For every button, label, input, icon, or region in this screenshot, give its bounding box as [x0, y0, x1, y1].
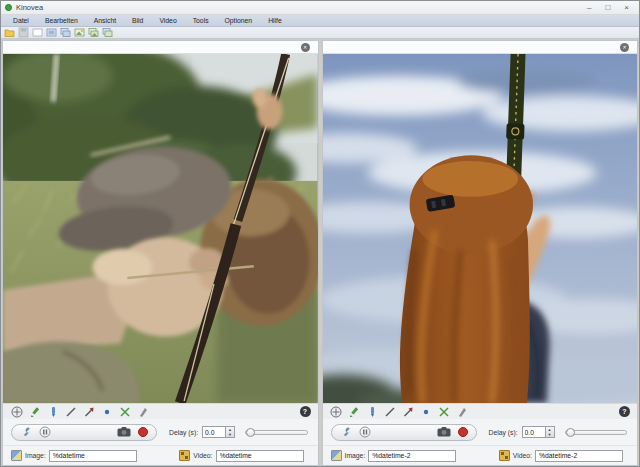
close-button[interactable]: ×: [624, 4, 629, 12]
one-capture-screen-icon[interactable]: [74, 27, 85, 38]
image-file-icon: [11, 450, 22, 461]
minimize-button[interactable]: –: [587, 4, 591, 12]
point-tool-icon[interactable]: [100, 405, 113, 418]
image-file-icon: [331, 450, 342, 461]
delay-slider[interactable]: [565, 428, 627, 437]
delay-slider-thumb[interactable]: [566, 428, 575, 437]
video-file-icon: [499, 450, 510, 461]
line-tool-icon[interactable]: [64, 405, 77, 418]
window-title: Kinovea: [16, 3, 43, 12]
configure-camera-button[interactable]: [20, 426, 32, 438]
menu-bar: Datei Bearbeiten Ansicht Bild Video Tool…: [1, 15, 639, 27]
player-and-capture-screen-icon[interactable]: [102, 27, 113, 38]
delay-down-button[interactable]: ▼: [228, 432, 232, 437]
pen-tool-icon[interactable]: [136, 405, 149, 418]
grab-tool-icon[interactable]: [10, 405, 23, 418]
arrow-tool-icon[interactable]: [82, 405, 95, 418]
point-tool-icon[interactable]: [420, 405, 433, 418]
menu-ansicht[interactable]: Ansicht: [86, 15, 124, 27]
help-icon[interactable]: ?: [300, 406, 311, 417]
highlighter-tool-icon[interactable]: [46, 405, 59, 418]
angle-tool-icon[interactable]: [118, 405, 131, 418]
video-filename-input[interactable]: [216, 450, 304, 462]
record-button[interactable]: [138, 427, 148, 437]
right-capture-pill: [331, 424, 477, 441]
menu-hilfe[interactable]: Hilfe: [260, 15, 290, 27]
title-bar: Kinovea – □ ×: [1, 1, 639, 15]
image-filename-input[interactable]: [49, 450, 137, 462]
left-capture-screen: ✕: [2, 40, 319, 466]
close-screen-icon[interactable]: ✕: [301, 43, 310, 52]
left-screen-header: ✕: [3, 41, 318, 54]
left-video-frame: [3, 54, 318, 403]
video-filename-input[interactable]: [535, 450, 623, 462]
record-dot-icon: [138, 427, 148, 437]
line-tool-icon[interactable]: [384, 405, 397, 418]
image-filename-input[interactable]: [368, 450, 456, 462]
delay-input[interactable]: [202, 426, 226, 438]
right-capture-controls: Delay (s): ▲▼: [323, 419, 638, 445]
right-video-display[interactable]: [323, 54, 638, 403]
highlighter-tool-icon[interactable]: [366, 405, 379, 418]
menu-bearbeiten[interactable]: Bearbeiten: [37, 15, 86, 27]
angle-tool-icon[interactable]: [438, 405, 451, 418]
delay-spinner: ▲▼: [202, 426, 235, 438]
delay-spin-buttons: ▲▼: [226, 426, 235, 438]
video-file-icon: [179, 450, 190, 461]
delay-spinner: ▲▼: [522, 426, 555, 438]
left-capture-controls: Delay (s): ▲▼: [3, 419, 318, 445]
menu-tools[interactable]: Tools: [185, 15, 217, 27]
grab-tool-icon[interactable]: [330, 405, 343, 418]
screen-layout-icon[interactable]: [32, 27, 43, 38]
pen-tool-icon[interactable]: [456, 405, 469, 418]
maximize-button[interactable]: □: [605, 4, 610, 12]
delay-down-button[interactable]: ▼: [548, 432, 552, 437]
pause-camera-button[interactable]: [39, 426, 51, 438]
image-label: Image:: [345, 452, 366, 459]
menu-bild[interactable]: Bild: [124, 15, 151, 27]
screens-container: ✕: [1, 39, 639, 466]
right-video-frame: [323, 54, 638, 403]
configure-camera-button[interactable]: [340, 426, 352, 438]
delay-input[interactable]: [522, 426, 546, 438]
menu-video[interactable]: Video: [151, 15, 184, 27]
help-icon[interactable]: ?: [619, 406, 630, 417]
arrow-tool-icon[interactable]: [402, 405, 415, 418]
record-dot-icon: [458, 427, 468, 437]
snapshot-button[interactable]: [117, 427, 131, 437]
record-button[interactable]: [458, 427, 468, 437]
menu-datei[interactable]: Datei: [5, 15, 37, 27]
one-player-screen-icon[interactable]: [46, 27, 57, 38]
right-capture-screen: ✕: [322, 40, 639, 466]
delay-slider[interactable]: [245, 428, 307, 437]
pencil-tool-icon[interactable]: [348, 405, 361, 418]
close-screen-icon[interactable]: ✕: [620, 43, 629, 52]
archer-hair: [399, 155, 532, 403]
kinovea-window: Kinovea – □ × Datei Bearbeiten Ansicht B…: [0, 0, 640, 467]
pause-camera-button[interactable]: [359, 426, 371, 438]
delay-label: Delay (s):: [489, 429, 518, 436]
app-icon: [5, 4, 12, 11]
delay-spin-buttons: ▲▼: [546, 426, 555, 438]
two-capture-screens-icon[interactable]: [88, 27, 99, 38]
save-icon[interactable]: [18, 27, 29, 38]
left-drawing-toolbar: ?: [3, 403, 318, 419]
snapshot-button[interactable]: [437, 427, 451, 437]
pencil-tool-icon[interactable]: [28, 405, 41, 418]
image-label: Image:: [25, 452, 46, 459]
left-video-display[interactable]: [3, 54, 318, 403]
video-label: Video:: [193, 452, 212, 459]
main-toolbar: [1, 27, 639, 39]
delay-label: Delay (s):: [169, 429, 198, 436]
left-filename-row: Image: Video:: [3, 445, 318, 465]
open-file-icon[interactable]: [4, 27, 15, 38]
video-label: Video:: [513, 452, 532, 459]
left-capture-pill: [11, 424, 157, 441]
right-screen-header: ✕: [323, 41, 638, 54]
menu-optionen[interactable]: Optionen: [217, 15, 261, 27]
right-drawing-toolbar: ?: [323, 403, 638, 419]
right-filename-row: Image: Video:: [323, 445, 638, 465]
delay-slider-thumb[interactable]: [246, 428, 255, 437]
two-player-screens-icon[interactable]: [60, 27, 71, 38]
